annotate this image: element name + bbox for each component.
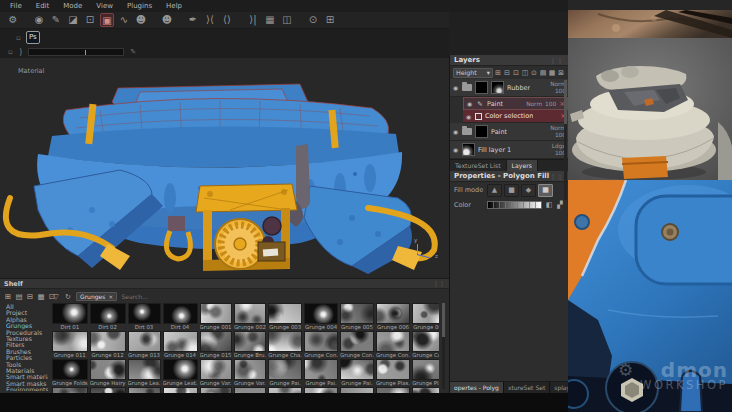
viewport-3d[interactable]: Material y z xyxy=(0,58,449,278)
shelf-tile[interactable]: Grunge 013 xyxy=(128,331,161,359)
settings-icon[interactable]: ⚙ xyxy=(6,13,20,27)
mannequin-icon[interactable]: ☻ xyxy=(134,13,148,27)
shelf-small-thumbs-icon[interactable]: ⊟ xyxy=(26,292,34,301)
shelf-tile[interactable]: Grunge 003 xyxy=(268,303,302,331)
symmetry-y-icon[interactable]: ⟩| xyxy=(246,13,260,27)
polygon-fill-tool-icon[interactable]: ▣ xyxy=(100,13,114,27)
add-mask-icon[interactable]: ⊞ xyxy=(494,69,502,77)
shelf-tile[interactable]: Dirt 03 xyxy=(128,303,161,331)
shelf-tile[interactable]: Grunge 011 xyxy=(52,331,88,359)
add-fill-icon[interactable]: ◫ xyxy=(521,69,529,77)
layer-row-fill-layer[interactable]: ◉ Fill layer 1 Ldge100 xyxy=(450,141,568,159)
add-paint-icon[interactable]: ⊙ xyxy=(530,69,538,77)
projection-tool-icon[interactable]: ⊡ xyxy=(83,13,97,27)
tab-properties-polygon[interactable]: opertes - Polyg xyxy=(450,382,504,393)
shelf-scrollbar[interactable] xyxy=(442,303,445,389)
shelf-tile[interactable]: Grunge Pai. xyxy=(268,359,302,387)
eraser-tool-icon[interactable]: ◪ xyxy=(66,13,80,27)
fill-uv-chunk-button[interactable]: ▦ xyxy=(538,184,553,197)
shelf-tile[interactable]: Grunge Var. xyxy=(234,359,267,387)
shelf-tile[interactable]: Grunge Leat. xyxy=(163,359,198,387)
menu-item[interactable]: Plugins xyxy=(121,2,158,10)
symmetry-x-icon[interactable]: ⟨⟩ xyxy=(220,13,234,27)
grid-view-icon[interactable]: ▦ xyxy=(263,13,277,27)
color-options-icon[interactable]: ▞ xyxy=(556,201,564,209)
shelf-tile[interactable]: Grunge 015 xyxy=(200,331,232,359)
falloff-curve-icon[interactable]: ) xyxy=(19,47,22,57)
shelf-tile[interactable]: Grunge 012 xyxy=(90,331,126,359)
shelf-tile[interactable]: Grunge Con. xyxy=(376,331,410,359)
visibility-eye-icon[interactable]: ◉ xyxy=(452,146,459,153)
fill-triangle-button[interactable]: ▲ xyxy=(487,184,502,197)
add-folder-icon[interactable]: ⊟ xyxy=(503,69,511,77)
visibility-eye-icon[interactable]: ◉ xyxy=(466,100,473,107)
filter-tag-close-icon[interactable]: × xyxy=(108,293,113,300)
panel-menu-icon[interactable]: ⋮⋮ xyxy=(433,280,445,287)
shelf-tile[interactable]: Grunge 004 xyxy=(304,303,338,331)
shelf-tile[interactable]: Grunge Hairy xyxy=(90,359,126,387)
shelf-large-thumbs-icon[interactable]: ▦ xyxy=(37,292,45,301)
photoshop-plugin-button[interactable]: Ps xyxy=(26,31,40,44)
stroke-alignment-icon[interactable]: ▫ xyxy=(8,48,13,56)
panel-menu-icon[interactable]: ⋮⋮ xyxy=(550,57,564,64)
shelf-tile[interactable]: Grunge Var. xyxy=(200,359,232,387)
shelf-tile[interactable]: Grunge 006 xyxy=(376,303,410,331)
shelf-tile[interactable]: Grunge Con. xyxy=(340,331,374,359)
mannequin-red-icon[interactable]: ☻ xyxy=(160,13,174,27)
shelf-tile[interactable]: Grunge 005 xyxy=(340,303,374,331)
layer-row-paint-group[interactable]: ◉ Paint Norm100 xyxy=(450,123,568,141)
shelf-tile[interactable]: Grunge Folds xyxy=(52,359,88,387)
menu-item[interactable]: File xyxy=(4,2,28,10)
shelf-tile[interactable]: Dirt 01 xyxy=(52,303,88,331)
shelf-tile[interactable]: Grunge Pai. xyxy=(304,359,338,387)
pen-icon[interactable]: ✎ xyxy=(130,48,136,56)
add-fx-icon[interactable]: ⊡ xyxy=(512,69,520,77)
filter-tag[interactable]: Grunges × xyxy=(76,292,117,301)
paint-tool-icon[interactable]: ✎ xyxy=(49,13,63,27)
menu-item[interactable]: Help xyxy=(160,2,188,10)
delete-layer-icon[interactable]: ⊠ xyxy=(557,69,565,77)
fullscreen-icon[interactable]: ⊞ xyxy=(323,13,337,27)
tab-textureset-settings[interactable]: xtureSet Set xyxy=(504,382,550,393)
tab-textureset-list[interactable]: TextureSet List xyxy=(450,160,507,171)
shelf-tile[interactable]: Grunge Pai. xyxy=(340,359,374,387)
filter-funnel-icon[interactable]: ▽ xyxy=(52,293,60,301)
shelf-tile[interactable]: Grunge Cha. xyxy=(268,331,302,359)
fill-quad-button[interactable]: ■ xyxy=(504,184,519,197)
shelf-tile[interactable]: Grunge 014 xyxy=(163,331,198,359)
refresh-icon[interactable]: ↻ xyxy=(64,293,72,301)
shelf-tile[interactable]: Grunge Con. xyxy=(304,331,338,359)
visibility-eye-icon[interactable]: ◉ xyxy=(465,113,472,120)
layers-scrollbar[interactable] xyxy=(564,80,567,200)
shelf-tile[interactable]: Dirt 02 xyxy=(90,303,126,331)
color-picker-icon[interactable]: ◧ xyxy=(545,201,553,209)
menu-item[interactable]: Edit xyxy=(30,2,56,10)
search-input[interactable] xyxy=(121,292,181,301)
menu-item[interactable]: View xyxy=(90,2,119,10)
shelf-tile[interactable]: Grunge Con. xyxy=(412,331,439,359)
opacity-icon[interactable]: ▤ xyxy=(539,69,547,77)
shelf-tile[interactable]: Dirt 04 xyxy=(163,303,198,331)
shelf-tile[interactable]: Grunge 001 xyxy=(200,303,232,331)
layer-row-color-selection[interactable]: ◉ Color selection × xyxy=(463,110,568,123)
material-picker-icon[interactable]: ✒ xyxy=(186,13,200,27)
color-gradient-slider[interactable] xyxy=(487,201,542,209)
uv-view-icon[interactable]: ◫ xyxy=(280,13,294,27)
shelf-tile[interactable]: Grunge Lea. xyxy=(128,359,161,387)
shelf-tile[interactable]: Grunge 002 xyxy=(234,303,267,331)
fill-mesh-button[interactable]: ◆ xyxy=(521,184,536,197)
symmetry-icon[interactable]: ⟩⟨ xyxy=(203,13,217,27)
shelf-tile[interactable]: Grunge Plas. xyxy=(412,359,439,387)
channel-select[interactable]: Height ▾ xyxy=(453,68,493,78)
layer-row-rubber[interactable]: ◉ Rubber Norm100 xyxy=(450,79,568,97)
visibility-eye-icon[interactable]: ◉ xyxy=(452,84,459,91)
stroke-opacity-input[interactable] xyxy=(28,48,124,56)
blend-icon[interactable]: ▦ xyxy=(548,69,556,77)
display-settings-icon[interactable]: ◉ xyxy=(32,13,46,27)
shelf-tile[interactable]: Grunge 007 xyxy=(412,303,439,331)
shelf-tile[interactable]: Grunge Bru. xyxy=(234,331,267,359)
smudge-tool-icon[interactable]: ∿ xyxy=(117,13,131,27)
tab-layers[interactable]: Layers xyxy=(507,160,538,171)
panel-menu-icon[interactable]: ⋮⋮ xyxy=(550,173,564,180)
shelf-grid-view-icon[interactable]: ⊞ xyxy=(4,292,12,301)
